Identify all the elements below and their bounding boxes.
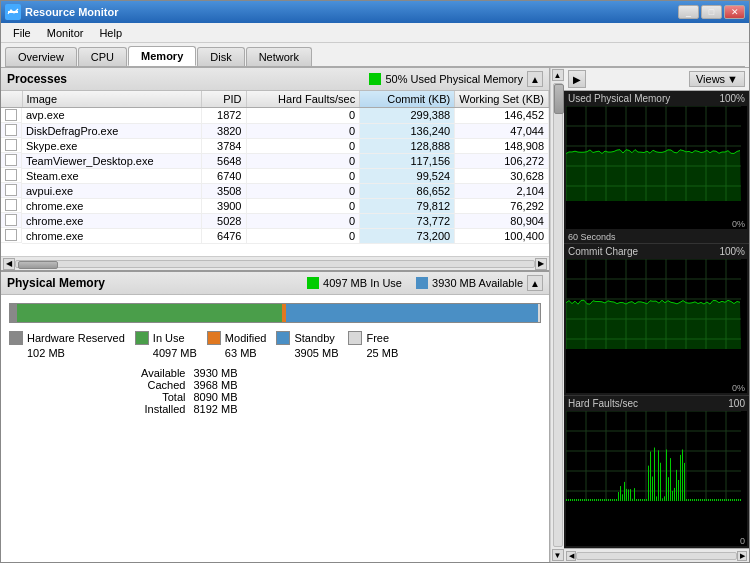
physical-memory-title: Physical Memory <box>7 276 105 290</box>
proc-commit: 73,772 <box>360 213 455 228</box>
row-checkbox[interactable] <box>5 214 17 226</box>
process-table-scroll[interactable]: Image PID Hard Faults/sec Commit (KB) Wo… <box>1 91 549 256</box>
row-checkbox[interactable] <box>5 124 17 136</box>
vertical-scrollbar[interactable]: ▲ ▼ <box>550 68 564 562</box>
memory-legend-area: Hardware Reserved 102 MB In Use 4097 MB … <box>1 327 549 363</box>
right-scroll-left[interactable]: ◀ <box>566 551 576 561</box>
scroll-thumb-h[interactable] <box>18 261 58 269</box>
proc-faults: 0 <box>246 213 360 228</box>
legend-sub: 102 MB <box>9 347 65 359</box>
col-commit[interactable]: Commit (KB) <box>360 91 455 108</box>
menu-file[interactable]: File <box>5 25 39 41</box>
proc-working: 80,904 <box>455 213 549 228</box>
tab-cpu[interactable]: CPU <box>78 47 127 66</box>
table-row[interactable]: DiskDefragPro.exe 3820 0 136,240 47,044 <box>1 123 549 138</box>
stat-value: 8192 MB <box>193 403 237 415</box>
processes-title: Processes <box>7 72 67 86</box>
row-checkbox[interactable] <box>5 184 17 196</box>
proc-name: avp.exe <box>22 108 202 124</box>
proc-commit: 79,812 <box>360 198 455 213</box>
row-checkbox[interactable] <box>5 169 17 181</box>
proc-working: 146,452 <box>455 108 549 124</box>
main-window: Resource Monitor _ □ ✕ File Monitor Help… <box>0 0 750 563</box>
bar-segment-standby <box>286 304 538 322</box>
chart1-label: Used Physical Memory <box>568 93 670 104</box>
memory-indicator-text: 50% Used Physical Memory <box>385 73 523 85</box>
tab-overview[interactable]: Overview <box>5 47 77 66</box>
legend-color <box>207 331 221 345</box>
window-controls: _ □ ✕ <box>678 5 745 19</box>
stats-table: Available 3930 MB Cached 3968 MB Total 8… <box>141 367 237 415</box>
chart2-header: Commit Charge 100% <box>564 244 749 259</box>
table-row[interactable]: chrome.exe 6476 0 73,200 100,400 <box>1 228 549 243</box>
app-icon <box>5 4 21 20</box>
proc-faults: 0 <box>246 228 360 243</box>
proc-pid: 3508 <box>202 183 246 198</box>
stat-row: Total 8090 MB <box>141 391 237 403</box>
legend-color <box>276 331 290 345</box>
proc-pid: 3784 <box>202 138 246 153</box>
table-row[interactable]: Steam.exe 6740 0 99,524 30,628 <box>1 168 549 183</box>
table-row[interactable]: TeamViewer_Desktop.exe 5648 0 117,156 10… <box>1 153 549 168</box>
close-button[interactable]: ✕ <box>724 5 745 19</box>
table-row[interactable]: Skype.exe 3784 0 128,888 148,908 <box>1 138 549 153</box>
col-hardfaults[interactable]: Hard Faults/sec <box>246 91 360 108</box>
memory-stats: Available 3930 MB Cached 3968 MB Total 8… <box>1 363 549 423</box>
proc-working: 106,272 <box>455 153 549 168</box>
process-scrollbar-h[interactable]: ◀ ▶ <box>1 256 549 270</box>
proc-name: Steam.exe <box>22 168 202 183</box>
scroll-down-btn[interactable]: ▼ <box>552 549 564 561</box>
memory-legend: Hardware Reserved 102 MB In Use 4097 MB … <box>9 331 398 359</box>
menu-monitor[interactable]: Monitor <box>39 25 92 41</box>
proc-faults: 0 <box>246 108 360 124</box>
chart-commit: Commit Charge 100% 0% <box>564 244 749 397</box>
chart3-header: Hard Faults/sec 100 <box>564 396 749 411</box>
scroll-right-btn[interactable]: ▶ <box>535 258 547 270</box>
proc-pid: 5648 <box>202 153 246 168</box>
views-dropdown-icon: ▼ <box>727 73 738 85</box>
col-pid[interactable]: PID <box>202 91 246 108</box>
proc-name: DiskDefragPro.exe <box>22 123 202 138</box>
proc-name: Skype.exe <box>22 138 202 153</box>
scroll-left-btn[interactable]: ◀ <box>3 258 15 270</box>
col-image[interactable]: Image <box>22 91 202 108</box>
tab-memory[interactable]: Memory <box>128 46 196 66</box>
processes-collapse-button[interactable]: ▲ <box>527 71 543 87</box>
maximize-button[interactable]: □ <box>701 5 722 19</box>
proc-name: chrome.exe <box>22 228 202 243</box>
proc-commit: 136,240 <box>360 123 455 138</box>
proc-pid: 6740 <box>202 168 246 183</box>
table-row[interactable]: chrome.exe 3900 0 79,812 76,292 <box>1 198 549 213</box>
scroll-up-btn[interactable]: ▲ <box>552 69 564 81</box>
right-arrow-btn[interactable]: ▶ <box>568 70 586 88</box>
menu-help[interactable]: Help <box>91 25 130 41</box>
row-checkbox[interactable] <box>5 199 17 211</box>
scroll-thumb-v[interactable] <box>554 84 564 114</box>
row-checkbox[interactable] <box>5 229 17 241</box>
chart3-area: 0 <box>566 411 747 546</box>
phys-mem-collapse-button[interactable]: ▲ <box>527 275 543 291</box>
menu-bar: File Monitor Help <box>1 23 749 43</box>
views-button[interactable]: Views ▼ <box>689 71 745 87</box>
tab-disk[interactable]: Disk <box>197 47 244 66</box>
physical-memory-info: 4097 MB In Use 3930 MB Available ▲ <box>307 275 543 291</box>
right-scroll-right[interactable]: ▶ <box>737 551 747 561</box>
table-row[interactable]: avpui.exe 3508 0 86,652 2,104 <box>1 183 549 198</box>
row-checkbox[interactable] <box>5 109 17 121</box>
proc-faults: 0 <box>246 123 360 138</box>
row-checkbox[interactable] <box>5 139 17 151</box>
chart1-footer: 60 Seconds <box>564 231 749 243</box>
right-scrollbar-h[interactable]: ◀ ▶ <box>564 548 749 562</box>
table-row[interactable]: chrome.exe 5028 0 73,772 80,904 <box>1 213 549 228</box>
minimize-button[interactable]: _ <box>678 5 699 19</box>
in-use-label: 4097 MB In Use <box>323 277 402 289</box>
legend-text: Standby <box>294 332 334 344</box>
main-content: Processes 50% Used Physical Memory ▲ Ima… <box>1 67 749 562</box>
row-checkbox[interactable] <box>5 154 17 166</box>
col-workingset[interactable]: Working Set (KB) <box>455 91 549 108</box>
table-row[interactable]: avp.exe 1872 0 299,388 146,452 <box>1 108 549 124</box>
proc-faults: 0 <box>246 153 360 168</box>
legend-sub: 63 MB <box>207 347 257 359</box>
bar-segment-free <box>538 304 540 322</box>
tab-network[interactable]: Network <box>246 47 312 66</box>
